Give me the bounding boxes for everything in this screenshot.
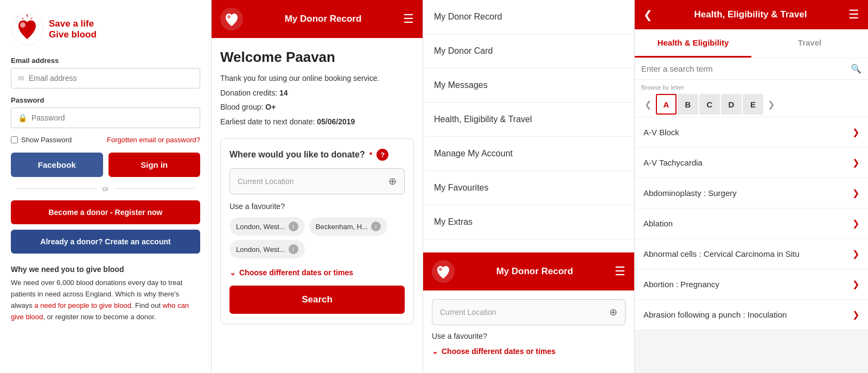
- need-people-link[interactable]: a need for people to give blood: [34, 301, 131, 309]
- header-logo-icon: [220, 8, 243, 30]
- search-bar[interactable]: 🔍: [635, 58, 868, 80]
- pill-3[interactable]: London, West... i: [229, 240, 305, 258]
- back-arrow-icon[interactable]: ❮: [643, 8, 653, 21]
- app-logo: [11, 13, 43, 46]
- pill-2-info[interactable]: i: [371, 222, 381, 231]
- or-divider: or: [11, 185, 200, 193]
- welcome-heading: Welcome Paavan: [220, 49, 414, 66]
- svg-point-1: [20, 22, 25, 28]
- overlay-header: My Donor Record ☰: [423, 252, 634, 290]
- booking-panel: My Donor Record ☰ Welcome Paavan Thank y…: [212, 0, 423, 373]
- search-input[interactable]: [641, 64, 846, 73]
- donation-credits: Donation credits: 14: [220, 86, 414, 100]
- password-input-wrapper[interactable]: 🔒: [11, 108, 200, 128]
- show-password-checkbox[interactable]: [11, 136, 18, 143]
- health-hamburger-icon[interactable]: ☰: [848, 8, 859, 22]
- health-header-title: Health, Eligibility & Travel: [659, 9, 842, 20]
- mini-location-text: Current Location: [440, 308, 609, 317]
- logo-text: Save a life Give blood: [49, 18, 97, 40]
- health-item-3[interactable]: Ablation ❯: [635, 208, 868, 239]
- chevron-right-icon-2: ❯: [852, 188, 859, 198]
- create-account-button[interactable]: Already a donor? Create an account: [11, 230, 200, 254]
- overlay-body: Current Location ⊕ Use a favourite? ⌄ Ch…: [423, 290, 634, 373]
- donate-card: Where would you like to donate? * ? Curr…: [220, 138, 414, 324]
- blood-group: Blood group: O+: [220, 100, 414, 115]
- email-input-wrapper[interactable]: ✉: [11, 68, 200, 88]
- health-header: ❮ Health, Eligibility & Travel ☰: [635, 0, 868, 29]
- tab-travel[interactable]: Travel: [751, 29, 868, 58]
- letter-nav-prev[interactable]: ❮: [641, 97, 655, 112]
- letter-btn-e[interactable]: E: [743, 94, 763, 115]
- health-item-4[interactable]: Abnormal cells : Cervical Carcinoma in S…: [635, 239, 868, 269]
- pill-2[interactable]: Beckenham, H... i: [309, 217, 387, 236]
- location-input[interactable]: Current Location ⊕: [229, 168, 405, 194]
- crosshair-icon: ⊕: [388, 175, 397, 187]
- favourite-pills: London, West... i Beckenham, H... i Lond…: [229, 217, 405, 258]
- menu-item-favourites[interactable]: My Favourites: [423, 171, 634, 205]
- user-info: Thank you for using our online booking s…: [220, 71, 414, 129]
- browse-label: Browse by letter: [641, 84, 861, 91]
- menu-item-donor-record[interactable]: My Donor Record: [423, 0, 634, 34]
- email-label: Email address: [11, 56, 200, 65]
- letter-btn-d[interactable]: D: [721, 94, 742, 115]
- login-panel: Save a life Give blood Email address ✉ P…: [0, 0, 212, 373]
- menu-item-messages[interactable]: My Messages: [423, 68, 634, 103]
- booking-body: Welcome Paavan Thank you for using our o…: [212, 38, 423, 373]
- search-icon: 🔍: [851, 64, 861, 74]
- pill-1-info[interactable]: i: [289, 222, 298, 231]
- menu-item-health[interactable]: Health, Eligibility & Travel: [423, 103, 634, 137]
- signin-button[interactable]: Sign in: [108, 153, 201, 177]
- letter-row: ❮ A B C D E ❯: [641, 94, 861, 115]
- health-item-0[interactable]: A-V Block ❯: [635, 117, 868, 148]
- health-item-6[interactable]: Abrasion following a punch : Inoculation…: [635, 300, 868, 330]
- logo-area: Save a life Give blood: [11, 13, 200, 46]
- letter-btn-a[interactable]: A: [656, 94, 676, 115]
- mini-crosshair-icon: ⊕: [609, 306, 617, 318]
- earliest-date: Earliest date to next donate: 05/06/2019: [220, 115, 414, 129]
- overlay-hamburger[interactable]: ☰: [615, 264, 626, 279]
- hamburger-icon[interactable]: ☰: [403, 12, 414, 26]
- menu-list: My Donor Record My Donor Card My Message…: [423, 0, 634, 252]
- menu-item-about[interactable]: About This App: [423, 239, 634, 252]
- chevron-right-icon-5: ❯: [852, 279, 859, 289]
- health-items-list: A-V Block ❯ A-V Tachycardia ❯ Abdominopl…: [635, 117, 868, 373]
- register-button[interactable]: Become a donor - Register now: [11, 200, 200, 224]
- mini-choose-dates[interactable]: ⌄ Choose different dates or times: [432, 347, 626, 356]
- forgot-link[interactable]: Forgotten email or password?: [107, 136, 200, 144]
- menu-item-extras[interactable]: My Extras: [423, 205, 634, 239]
- health-item-5[interactable]: Abortion : Pregnancy ❯: [635, 269, 868, 300]
- booking-header-title: My Donor Record: [285, 14, 362, 24]
- choose-dates-link[interactable]: ⌄ Choose different dates or times: [229, 268, 405, 277]
- letter-nav-next[interactable]: ❯: [764, 97, 778, 112]
- show-password-label[interactable]: Show Password: [11, 136, 72, 144]
- booking-overlay-section: My Donor Record ☰ Current Location ⊕ Use…: [423, 252, 634, 373]
- why-heading: Why we need you to give blood: [11, 263, 200, 275]
- mini-location-input[interactable]: Current Location ⊕: [432, 299, 626, 325]
- email-field[interactable]: [29, 74, 193, 83]
- svg-point-5: [439, 268, 442, 271]
- tab-health-eligibility[interactable]: Health & Eligibility: [635, 29, 751, 58]
- use-favourite-text: Use a favourite?: [229, 202, 405, 211]
- letter-btn-b[interactable]: B: [678, 94, 698, 115]
- health-item-1[interactable]: A-V Tachycardia ❯: [635, 148, 868, 178]
- pill-1[interactable]: London, West... i: [229, 217, 305, 236]
- pill-3-info[interactable]: i: [289, 244, 298, 254]
- chevron-right-icon-3: ❯: [852, 218, 859, 229]
- password-field[interactable]: [31, 113, 193, 122]
- search-button[interactable]: Search: [229, 286, 405, 314]
- password-label: Password: [11, 96, 200, 104]
- letter-btn-c[interactable]: C: [699, 94, 720, 115]
- health-item-2[interactable]: Abdominoplasty : Surgery ❯: [635, 178, 868, 208]
- help-icon[interactable]: ?: [376, 149, 388, 161]
- auth-buttons: Facebook Sign in: [11, 153, 200, 177]
- facebook-button[interactable]: Facebook: [11, 153, 103, 177]
- menu-item-account[interactable]: Manage My Account: [423, 137, 634, 171]
- svg-point-3: [227, 15, 231, 18]
- chevron-right-icon-6: ❯: [852, 309, 859, 320]
- email-icon: ✉: [18, 74, 24, 83]
- menu-item-donor-card[interactable]: My Donor Card: [423, 34, 634, 68]
- browse-letter-section: Browse by letter ❮ A B C D E ❯: [635, 80, 868, 117]
- location-placeholder-text: Current Location: [238, 177, 388, 186]
- chevron-right-icon-0: ❯: [852, 127, 859, 137]
- donate-question: Where would you like to donate? * ?: [229, 149, 405, 161]
